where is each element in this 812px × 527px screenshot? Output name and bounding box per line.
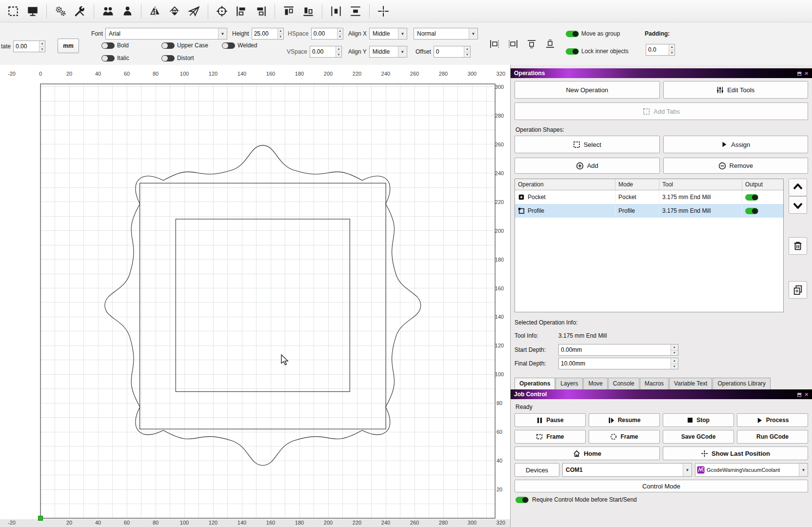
offset-spinner[interactable]: ▲▼ bbox=[434, 46, 471, 58]
tab-console[interactable]: Console bbox=[608, 378, 639, 389]
close-panel-icon[interactable]: ✕ bbox=[805, 392, 809, 397]
aligny-combo[interactable]: Middle▼ bbox=[369, 46, 407, 58]
vspace-input[interactable] bbox=[310, 46, 336, 57]
stop-button[interactable]: Stop bbox=[663, 413, 734, 427]
rotate-input[interactable] bbox=[14, 41, 39, 52]
distort-toggle[interactable] bbox=[161, 55, 175, 61]
align-objects-right-icon[interactable] bbox=[507, 38, 519, 50]
padding-spinner[interactable]: ▲▼ bbox=[646, 44, 675, 56]
offset-input[interactable] bbox=[434, 46, 464, 57]
height-spinner[interactable]: ▲▼ bbox=[252, 28, 284, 40]
select-shapes-button[interactable]: Select bbox=[515, 136, 660, 153]
vspace-spinner[interactable]: ▲▼ bbox=[310, 46, 342, 58]
frame-circle-button[interactable]: Frame bbox=[589, 430, 660, 444]
tab-macros[interactable]: Macros bbox=[640, 378, 669, 389]
control-mode-button[interactable]: Control Mode bbox=[515, 480, 808, 492]
resume-button[interactable]: Resume bbox=[589, 413, 660, 427]
move-as-group-toggle[interactable] bbox=[566, 31, 579, 37]
save-gcode-button[interactable]: Save GCode bbox=[663, 430, 734, 444]
alignx-combo[interactable]: Middle▼ bbox=[369, 28, 407, 40]
units-button[interactable]: mm bbox=[58, 39, 79, 53]
align-right-icon[interactable] bbox=[252, 2, 270, 20]
distort-toggle-row[interactable]: Distort bbox=[161, 55, 194, 61]
final-depth-spinner[interactable]: ▲▼ bbox=[558, 358, 678, 369]
welded-toggle-row[interactable]: Welded bbox=[222, 42, 257, 49]
operation-row[interactable]: ProfileProfile3.175 mm End Mill bbox=[515, 204, 783, 218]
devices-button[interactable]: Devices bbox=[515, 463, 559, 477]
home-button[interactable]: Home bbox=[515, 446, 660, 460]
workspace-svg[interactable]: -200204060801001201401601802002202402602… bbox=[0, 65, 510, 527]
italic-toggle-row[interactable]: Italic bbox=[101, 55, 129, 61]
distribute-horizontal-icon[interactable] bbox=[327, 2, 345, 20]
tab-operations-library[interactable]: Operations Library bbox=[713, 378, 771, 389]
move-down-button[interactable] bbox=[789, 196, 807, 214]
tab-move[interactable]: Move bbox=[583, 378, 607, 389]
start-depth-input[interactable] bbox=[559, 345, 671, 355]
float-panel-icon[interactable]: ⬒ bbox=[797, 71, 801, 76]
bold-toggle-row[interactable]: Bold bbox=[101, 42, 129, 49]
output-toggle[interactable] bbox=[745, 194, 758, 201]
spinner-arrows[interactable]: ▲▼ bbox=[39, 41, 45, 52]
machine-view-icon[interactable] bbox=[23, 2, 42, 20]
spinner-arrows[interactable]: ▲▼ bbox=[277, 28, 283, 39]
rotate-spinner[interactable]: ▲▼ bbox=[13, 41, 45, 52]
welded-toggle[interactable] bbox=[222, 42, 235, 49]
align-objects-top-icon[interactable] bbox=[526, 38, 537, 50]
output-toggle[interactable] bbox=[745, 208, 758, 214]
process-button[interactable]: Process bbox=[737, 413, 808, 427]
gcode-warning-combo[interactable]: GcodeWarningVacuumCoolant ▼ bbox=[695, 463, 808, 477]
edit-tools-button[interactable]: Edit Tools bbox=[663, 81, 809, 99]
align-top-icon[interactable] bbox=[279, 2, 298, 20]
spinner-arrows[interactable]: ▲▼ bbox=[336, 46, 341, 57]
lock-inner-objects-row[interactable]: Lock inner objects bbox=[566, 48, 629, 55]
final-depth-input[interactable] bbox=[559, 358, 671, 369]
duplicate-operation-button[interactable] bbox=[789, 281, 807, 299]
center-target-icon[interactable] bbox=[213, 2, 231, 20]
lock-inner-objects-toggle[interactable] bbox=[566, 48, 579, 55]
remove-shape-button[interactable]: Remove bbox=[663, 158, 809, 174]
uppercase-toggle-row[interactable]: Upper Case bbox=[161, 42, 208, 49]
spinner-arrows[interactable]: ▲▼ bbox=[464, 46, 470, 57]
mirror-vertical-icon[interactable] bbox=[165, 2, 184, 20]
show-last-position-button[interactable]: Show Last Position bbox=[663, 446, 808, 460]
operations-panel-title[interactable]: Operations ⬒ ✕ bbox=[511, 68, 812, 78]
mirror-horizontal-icon[interactable] bbox=[146, 2, 164, 20]
uppercase-toggle[interactable] bbox=[161, 42, 175, 49]
align-objects-left-icon[interactable] bbox=[489, 38, 500, 50]
align-objects-bottom-icon[interactable] bbox=[544, 38, 556, 50]
port-combo[interactable]: COM1 ▼ bbox=[562, 463, 692, 477]
bold-toggle[interactable] bbox=[101, 42, 115, 49]
tools-wrench-icon[interactable] bbox=[71, 2, 89, 20]
position-crosshair-icon[interactable] bbox=[374, 2, 393, 20]
move-up-button[interactable] bbox=[789, 179, 807, 196]
require-control-mode-toggle[interactable] bbox=[515, 497, 529, 503]
ungroup-object-icon[interactable] bbox=[118, 2, 137, 20]
select-tool-icon[interactable] bbox=[4, 2, 22, 20]
spinner-arrows[interactable]: ▲▼ bbox=[337, 28, 343, 39]
group-objects-icon[interactable] bbox=[99, 2, 117, 20]
run-gcode-button[interactable]: Run GCode bbox=[737, 430, 808, 444]
design-canvas[interactable]: -200204060801001201401601802002202402602… bbox=[0, 65, 510, 527]
frame-rect-button[interactable]: Frame bbox=[515, 430, 586, 444]
italic-toggle[interactable] bbox=[101, 55, 115, 61]
require-control-mode-row[interactable]: Require Control Mode before Start/Send bbox=[515, 496, 808, 503]
pause-button[interactable]: Pause bbox=[515, 413, 586, 427]
style-combo[interactable]: Normal▼ bbox=[414, 28, 478, 40]
hspace-input[interactable] bbox=[312, 28, 337, 39]
assign-shapes-button[interactable]: Assign bbox=[663, 136, 809, 153]
height-input[interactable] bbox=[252, 28, 277, 39]
job-control-panel-title[interactable]: Job Control ⬒ ✕ bbox=[511, 389, 812, 399]
distribute-vertical-icon[interactable] bbox=[346, 2, 365, 20]
align-left-icon[interactable] bbox=[232, 2, 251, 20]
spinner-arrows[interactable]: ▲▼ bbox=[671, 345, 678, 355]
spinner-arrows[interactable]: ▲▼ bbox=[671, 358, 678, 369]
delete-operation-button[interactable] bbox=[789, 237, 807, 255]
align-bottom-icon[interactable] bbox=[299, 2, 317, 20]
send-to-machine-icon[interactable] bbox=[185, 2, 203, 20]
spinner-arrows[interactable]: ▲▼ bbox=[669, 44, 674, 55]
hspace-spinner[interactable]: ▲▼ bbox=[311, 28, 343, 40]
operation-row[interactable]: PocketPocket3.175 mm End Mill bbox=[515, 190, 783, 204]
settings-gears-icon[interactable] bbox=[51, 2, 70, 20]
new-operation-button[interactable]: New Operation bbox=[515, 81, 660, 99]
tab-layers[interactable]: Layers bbox=[555, 378, 583, 389]
